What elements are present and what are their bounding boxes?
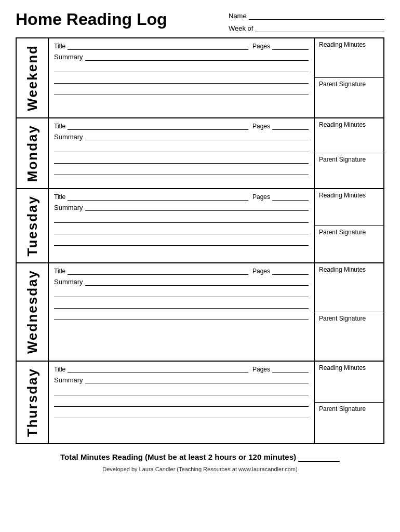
pages-field-we[interactable] bbox=[272, 268, 309, 275]
reading-log-table: Weekend Title Pages Summary bbox=[16, 37, 384, 444]
summary-line-tuesday: Summary bbox=[54, 204, 309, 211]
extra-line-t3 bbox=[54, 238, 309, 246]
pages-label-m: Pages bbox=[252, 123, 270, 130]
developed-by: Developed by Laura Candler (Teaching Res… bbox=[16, 466, 384, 472]
extra-lines-wednesday bbox=[54, 290, 309, 320]
day-row-weekend: Weekend Title Pages Summary bbox=[17, 38, 383, 118]
parent-sig-tuesday: Parent Signature bbox=[315, 226, 383, 262]
day-label-tuesday: Tuesday bbox=[24, 191, 41, 261]
summary-field-m[interactable] bbox=[85, 133, 309, 140]
parent-sig-monday: Parent Signature bbox=[315, 153, 383, 188]
day-label-thursday: Thursday bbox=[24, 364, 41, 441]
day-name-weekend: Weekend bbox=[17, 38, 49, 117]
extra-line-m1 bbox=[54, 145, 309, 152]
day-right-weekend: Reading Minutes Parent Signature bbox=[315, 38, 383, 117]
parent-sig-thursday: Parent Signature bbox=[315, 403, 383, 443]
title-field-w[interactable] bbox=[68, 43, 248, 50]
reading-minutes-tuesday: Reading Minutes bbox=[315, 189, 383, 226]
extra-line-w3 bbox=[54, 88, 309, 95]
extra-line-m2 bbox=[54, 156, 309, 164]
name-field[interactable] bbox=[249, 11, 384, 20]
title-block: Home Reading Log bbox=[16, 10, 167, 29]
extra-line-we2 bbox=[54, 301, 309, 309]
rm-label-th: Reading Minutes bbox=[319, 364, 366, 371]
ps-label-t: Parent Signature bbox=[319, 229, 366, 236]
week-label: Week of bbox=[229, 24, 253, 32]
summary-line-monday: Summary bbox=[54, 133, 309, 141]
ps-label-w: Parent Signature bbox=[319, 81, 366, 88]
title-field-m[interactable] bbox=[68, 123, 248, 130]
week-field[interactable] bbox=[255, 24, 384, 32]
day-content-thursday: Title Pages Summary bbox=[49, 362, 315, 443]
title-line-monday: Title Pages bbox=[54, 123, 309, 130]
reading-minutes-thursday: Reading Minutes bbox=[315, 362, 383, 403]
extra-line-t1 bbox=[54, 216, 309, 223]
day-right-monday: Reading Minutes Parent Signature bbox=[315, 118, 383, 188]
extra-lines-tuesday bbox=[54, 216, 309, 246]
summary-label-m: Summary bbox=[54, 133, 83, 141]
pages-field-m[interactable] bbox=[272, 123, 309, 130]
title-line-tuesday: Title Pages bbox=[54, 193, 309, 201]
footer: Total Minutes Reading (Must be at least … bbox=[16, 453, 384, 472]
ps-label-m: Parent Signature bbox=[319, 156, 366, 163]
summary-label-we: Summary bbox=[54, 278, 83, 286]
name-line: Name bbox=[229, 11, 384, 20]
title-field-t[interactable] bbox=[68, 193, 248, 201]
rm-label-m: Reading Minutes bbox=[319, 121, 366, 128]
summary-label-w: Summary bbox=[54, 53, 83, 61]
pages-field-w[interactable] bbox=[272, 43, 309, 50]
pages-field-t[interactable] bbox=[272, 193, 309, 201]
day-row-tuesday: Tuesday Title Pages Summary bbox=[17, 189, 383, 264]
extra-line-we1 bbox=[54, 290, 309, 297]
summary-field-th[interactable] bbox=[85, 376, 309, 383]
week-line: Week of bbox=[229, 24, 384, 32]
summary-label-th: Summary bbox=[54, 376, 83, 384]
summary-field-w[interactable] bbox=[85, 54, 309, 61]
day-right-wednesday: Reading Minutes Parent Signature bbox=[315, 263, 383, 360]
main-title: Home Reading Log bbox=[16, 10, 167, 29]
day-name-tuesday: Tuesday bbox=[17, 189, 49, 263]
day-right-tuesday: Reading Minutes Parent Signature bbox=[315, 189, 383, 263]
extra-line-th1 bbox=[54, 388, 309, 395]
day-content-wednesday: Title Pages Summary bbox=[49, 263, 315, 360]
extra-line-w1 bbox=[54, 65, 309, 72]
extra-line-t2 bbox=[54, 227, 309, 234]
total-label: Total Minutes Reading (Must be at least … bbox=[60, 453, 296, 461]
rm-label-w: Reading Minutes bbox=[319, 41, 366, 48]
extra-lines-thursday bbox=[54, 388, 309, 418]
title-field-we[interactable] bbox=[68, 268, 248, 275]
reading-minutes-monday: Reading Minutes bbox=[315, 118, 383, 154]
name-label: Name bbox=[229, 12, 247, 20]
total-minutes-field[interactable] bbox=[298, 453, 340, 462]
title-label-t: Title bbox=[54, 193, 65, 201]
title-field-th[interactable] bbox=[68, 366, 248, 373]
pages-label-w: Pages bbox=[252, 43, 270, 50]
name-week-block: Name Week of bbox=[229, 10, 384, 32]
pages-label-t: Pages bbox=[252, 193, 270, 201]
parent-sig-wednesday: Parent Signature bbox=[315, 312, 383, 361]
ps-label-we: Parent Signature bbox=[319, 315, 366, 322]
extra-line-w2 bbox=[54, 76, 309, 84]
day-label-monday: Monday bbox=[24, 121, 41, 186]
reading-minutes-wednesday: Reading Minutes bbox=[315, 263, 383, 312]
title-label-th: Title bbox=[54, 366, 65, 373]
pages-field-th[interactable] bbox=[272, 366, 309, 373]
extra-line-m3 bbox=[54, 168, 309, 175]
pages-label-we: Pages bbox=[252, 268, 270, 275]
extra-line-th2 bbox=[54, 400, 309, 407]
pages-label-th: Pages bbox=[252, 366, 270, 373]
summary-line-thursday: Summary bbox=[54, 376, 309, 384]
ps-label-th: Parent Signature bbox=[319, 405, 366, 413]
extra-lines-weekend bbox=[54, 65, 309, 95]
title-line-wednesday: Title Pages bbox=[54, 268, 309, 275]
title-label-m: Title bbox=[54, 123, 65, 130]
rm-label-t: Reading Minutes bbox=[319, 192, 366, 199]
header: Home Reading Log Name Week of bbox=[16, 10, 384, 32]
summary-field-we[interactable] bbox=[85, 278, 309, 286]
title-label-w: Title bbox=[54, 43, 65, 50]
page-container: Home Reading Log Name Week of Weekend Ti… bbox=[16, 10, 384, 472]
day-name-thursday: Thursday bbox=[17, 362, 49, 443]
title-line-thursday: Title Pages bbox=[54, 366, 309, 373]
summary-label-t: Summary bbox=[54, 204, 83, 211]
summary-field-t[interactable] bbox=[85, 204, 309, 211]
